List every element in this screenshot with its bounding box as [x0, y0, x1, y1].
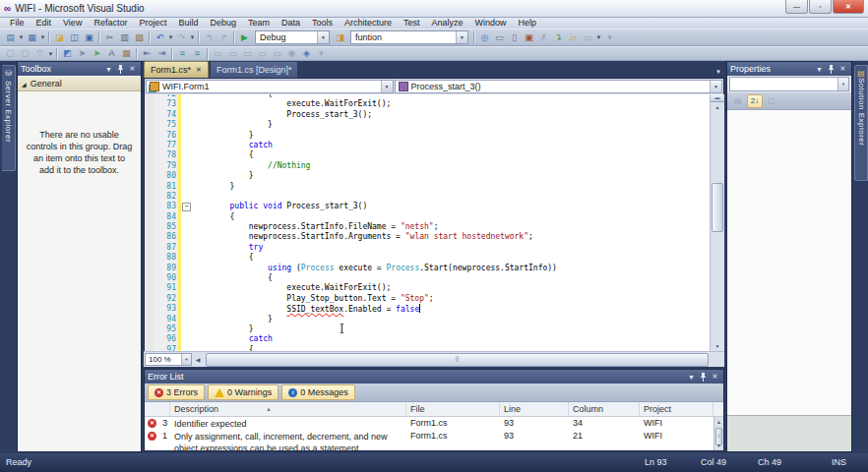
menu-view[interactable]: View	[57, 18, 88, 29]
pointer-tool-icon[interactable]: ➤	[75, 47, 90, 60]
breakpoint-margin[interactable]	[145, 243, 155, 253]
toolbox-group-general[interactable]: ◢ General	[18, 76, 141, 91]
open-file-icon[interactable]: ◪	[52, 31, 67, 44]
chevron-down-icon[interactable]: ▼	[181, 354, 191, 365]
align-rights-icon[interactable]: ▭	[240, 47, 255, 60]
breakpoint-margin[interactable]	[145, 141, 155, 150]
chevron-down-icon[interactable]: ▼	[317, 31, 329, 43]
bring-to-front-icon[interactable]: ◈	[299, 47, 314, 60]
tab-order-icon[interactable]: ➤	[90, 47, 104, 60]
breakpoint-margin[interactable]	[145, 283, 155, 293]
show-grid-icon[interactable]: ▢	[3, 47, 18, 60]
select-tool-icon[interactable]: ◩	[60, 47, 75, 60]
menu-project[interactable]: Project	[133, 18, 172, 29]
command-window-icon[interactable]: ▭	[492, 31, 507, 44]
save-page-icon[interactable]: ▽	[32, 47, 47, 60]
redo-icon[interactable]: ↷	[174, 31, 189, 44]
column-header-description[interactable]: Description ▲	[170, 402, 406, 416]
save-all-icon[interactable]: ▣	[82, 31, 96, 44]
menu-test[interactable]: Test	[398, 18, 426, 29]
column-header-file[interactable]: File	[406, 402, 500, 416]
chevron-down-icon[interactable]: ▼	[595, 31, 602, 44]
copy-icon[interactable]: ▥	[117, 31, 132, 44]
breakpoint-margin[interactable]	[145, 334, 155, 344]
breakpoint-margin[interactable]	[145, 131, 155, 141]
find-combobox[interactable]: funtion ▼	[350, 30, 468, 44]
task-list-icon[interactable]: ✗	[536, 31, 551, 44]
breakpoint-margin[interactable]	[145, 212, 155, 222]
close-icon[interactable]: ✕	[710, 372, 720, 383]
column-header-column[interactable]: Column	[569, 402, 640, 416]
menu-tools[interactable]: Tools	[306, 18, 339, 29]
toolbar-options2-icon[interactable]: ▾	[314, 47, 329, 60]
types-dropdown[interactable]: WIFI.Form1 ▼	[146, 80, 394, 93]
window-position-icon[interactable]: ▼	[686, 372, 697, 383]
collapse-region-icon[interactable]: −	[182, 203, 191, 211]
sort-alphabetical-icon[interactable]: 2↓	[747, 94, 763, 108]
horizontal-spacing-icon[interactable]: ▭	[270, 47, 284, 60]
chevron-down-icon[interactable]: ▼	[167, 31, 174, 44]
menu-help[interactable]: Help	[513, 18, 543, 29]
layout-grid-icon[interactable]: ▦	[119, 47, 134, 60]
breakpoint-margin[interactable]	[145, 253, 155, 263]
align-centers-icon[interactable]: ▭	[225, 47, 240, 60]
window-position-icon[interactable]: ▼	[814, 64, 825, 75]
editor-horizontal-scrollbar[interactable]: ⣿	[204, 353, 711, 366]
breakpoint-margin[interactable]	[145, 222, 155, 232]
chevron-down-icon[interactable]: ▼	[456, 31, 467, 43]
error-list-scrollbar[interactable]: ▲ ≡ ▼	[713, 417, 723, 450]
breakpoint-margin[interactable]	[145, 150, 155, 160]
chevron-down-icon[interactable]: ▼	[837, 78, 848, 90]
menu-refactor[interactable]: Refactor	[88, 18, 133, 29]
menu-file[interactable]: File	[4, 18, 31, 29]
navigate-forward-icon[interactable]: ↱	[217, 31, 231, 44]
document-list-chevron-icon[interactable]: ▼	[715, 69, 721, 75]
menu-data[interactable]: Data	[276, 18, 306, 29]
property-pages-icon[interactable]: ▢	[764, 94, 779, 108]
breakpoint-margin[interactable]	[145, 315, 155, 324]
chevron-down-icon[interactable]: ▼	[39, 31, 46, 44]
menu-debug[interactable]: Debug	[204, 18, 242, 29]
menu-build[interactable]: Build	[172, 18, 204, 29]
breakpoint-margin[interactable]	[145, 120, 155, 130]
save-icon[interactable]: ◫	[67, 31, 82, 44]
filter-errors-button[interactable]: ✕3 Errors	[148, 384, 205, 400]
breakpoint-margin[interactable]	[145, 161, 155, 171]
close-button[interactable]: ✕	[833, 0, 864, 14]
toolbox-header[interactable]: Toolbox ▼ ✕	[18, 62, 141, 76]
close-tab-icon[interactable]: ✕	[196, 66, 202, 74]
chevron-down-icon[interactable]: ▼	[18, 31, 25, 44]
breakpoint-margin[interactable]	[145, 294, 155, 304]
scroll-left-icon[interactable]: ◀	[192, 356, 204, 363]
properties-header[interactable]: Properties ▼ ✕	[727, 62, 851, 76]
scroll-down-icon[interactable]: ▼	[714, 441, 723, 450]
editor-vertical-scrollbar[interactable]: ▬ ▲ ▼	[710, 94, 724, 352]
breakpoint-margin[interactable]	[145, 232, 155, 242]
make-same-size-icon[interactable]: ▭	[255, 47, 270, 60]
breakpoint-margin[interactable]	[145, 99, 155, 109]
breakpoint-margin[interactable]	[145, 324, 155, 334]
maximize-button[interactable]: ▫	[809, 0, 832, 14]
error-row[interactable]: ✕1Only assignment, call, increment, decr…	[145, 430, 713, 450]
server-explorer-tab[interactable]: ⛁ Server Explorer	[2, 65, 16, 171]
navigate-backward-icon[interactable]: ↰	[202, 31, 217, 44]
breakpoint-margin[interactable]	[145, 182, 155, 192]
breakpoint-margin[interactable]	[145, 264, 155, 273]
pin-icon[interactable]	[698, 372, 709, 383]
menu-team[interactable]: Team	[242, 18, 276, 29]
cut-icon[interactable]: ✂	[102, 31, 117, 44]
new-project-icon[interactable]: ▤	[3, 31, 18, 44]
chevron-down-icon[interactable]: ▼	[710, 81, 721, 92]
members-dropdown[interactable]: Process_start_3() ▼	[395, 80, 722, 93]
column-header-project[interactable]: Project	[640, 402, 713, 416]
immediate-window-icon[interactable]: ▯	[507, 31, 522, 44]
align-lefts-icon[interactable]: ▭	[211, 47, 225, 60]
pin-icon[interactable]	[115, 64, 126, 75]
error-row[interactable]: ✕3Identifier expectedForm1.cs9334WIFI	[145, 417, 713, 430]
notifications-icon[interactable]: ▱	[566, 31, 581, 44]
menu-window[interactable]: Window	[469, 18, 513, 29]
scrollbar-thumb[interactable]: ⣿	[206, 353, 709, 367]
breakpoint-margin[interactable]	[145, 304, 155, 314]
solution-platforms-icon[interactable]: ◨	[333, 31, 347, 44]
output-window-icon[interactable]: ↴	[551, 31, 566, 44]
